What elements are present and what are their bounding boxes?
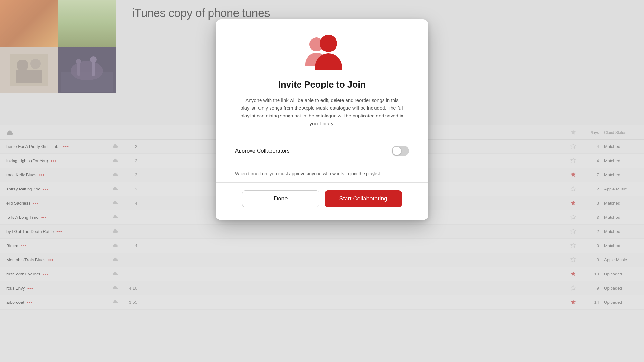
start-collaborating-button[interactable]: Start Collaborating [325, 190, 402, 207]
approve-collaborators-description: When turned on, you must approve anyone … [235, 171, 409, 182]
approve-collaborators-toggle[interactable] [392, 146, 409, 156]
modal-body: Invite People to Join Anyone with the li… [216, 19, 428, 220]
approve-collaborators-setting: Approve Collaborators [235, 138, 409, 164]
approve-collaborators-label: Approve Collaborators [235, 148, 289, 154]
collaborate-icon [299, 35, 345, 70]
modal-footer: Done Start Collaborating [235, 183, 409, 210]
person-icon-large [315, 35, 342, 70]
toggle-knob [393, 147, 401, 155]
collaborate-modal: Invite People to Join Anyone with the li… [216, 19, 428, 220]
modal-divider-mid [216, 164, 428, 164]
done-button[interactable]: Done [242, 190, 319, 207]
modal-title: Invite People to Join [235, 79, 409, 90]
modal-description: Anyone with the link will be able to edi… [238, 97, 406, 127]
